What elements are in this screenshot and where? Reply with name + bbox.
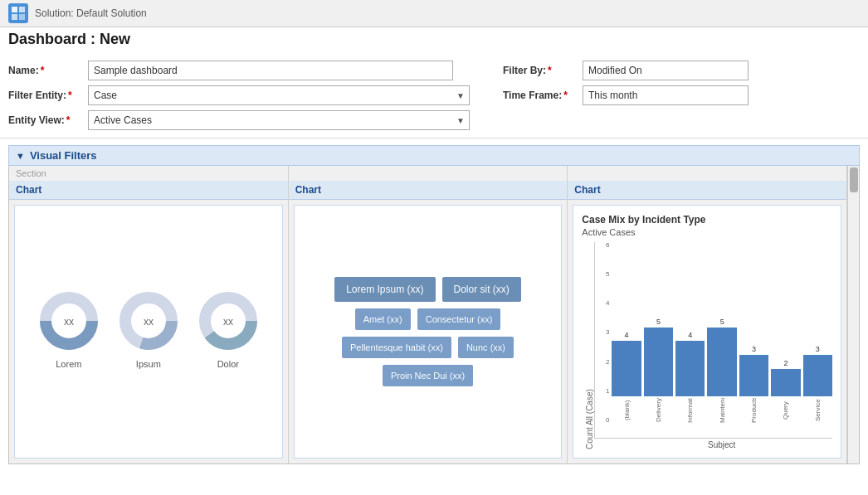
entity-view-label: Entity View:*: [8, 114, 83, 126]
filter-entity-select[interactable]: Case Account Contact: [88, 85, 470, 105]
visual-filters-title: Visual Filters: [30, 149, 97, 162]
chart2-body: Lorem Ipsum (xx) Dolor sit (xx) Amet (xx…: [294, 205, 563, 459]
scroll-thumb[interactable]: [850, 167, 858, 192]
section-sublabel: Section: [9, 166, 288, 181]
svg-rect-0: [12, 7, 17, 12]
donut-label-1: Lorem: [56, 359, 81, 369]
chart1-body: xx Lorem xx: [14, 205, 283, 459]
time-frame-row: Time Frame:*: [503, 83, 860, 108]
top-bar: Solution: Default Solution: [0, 0, 868, 27]
bar-delivery: [644, 328, 673, 396]
form-section: Name:* Filter Entity:* Case Account Cont…: [0, 53, 868, 138]
solution-icon: [8, 3, 28, 23]
bar-item-query: 2 Query: [771, 359, 800, 423]
entity-view-select[interactable]: Active Cases All Cases My Active Cases: [88, 110, 470, 130]
bar-chart-title: Case Mix by Incident Type: [582, 214, 832, 226]
svg-rect-1: [19, 7, 25, 12]
entity-view-select-wrapper: Active Cases All Cases My Active Cases ▼: [88, 110, 470, 130]
bar-chart-inner: 6 5 4 3 2 1 0: [594, 242, 832, 449]
bar-service: [803, 355, 832, 396]
svg-rect-2: [12, 14, 17, 20]
scrollbar[interactable]: [847, 166, 859, 463]
filter-by-row: Filter By:*: [503, 58, 860, 83]
y-axis-label: Count All (Case): [582, 242, 594, 449]
name-row: Name:*: [8, 58, 470, 83]
bar-item-delivery: 5 Delivery: [644, 318, 673, 423]
bar-query: [771, 369, 800, 396]
chart-column-3: Chart Case Mix by Incident Type Active C…: [568, 166, 847, 463]
form-right: Filter By:* Time Frame:*: [470, 58, 860, 133]
bars-and-axes: 6 5 4 3 2 1 0: [594, 242, 832, 439]
chart3-body: Case Mix by Incident Type Active Cases C…: [573, 205, 841, 459]
donut-item-3: xx Dolor: [195, 288, 261, 369]
svg-text:xx: xx: [64, 316, 74, 328]
chart3-header: Chart: [568, 181, 846, 200]
bar-maintenance: [707, 328, 736, 396]
filter-entity-select-wrapper: Case Account Contact ▼: [88, 85, 470, 105]
bar-item-maintenance: 5 Maintenance: [707, 318, 736, 423]
tag-pellentesque[interactable]: Pellentesque habit (xx): [342, 337, 451, 358]
tag-nunc[interactable]: Nunc (xx): [458, 337, 514, 358]
section-sublabel-3: [568, 166, 846, 181]
donut-chart-3: xx: [195, 288, 261, 354]
entity-view-row: Entity View:* Active Cases All Cases My …: [8, 108, 470, 133]
chart-column-1: Section Chart xx: [9, 166, 289, 463]
donut-item-2: xx Ipsum: [115, 288, 182, 369]
bar-item-blank: 4 (blank): [612, 331, 641, 423]
filter-by-input[interactable]: [583, 61, 749, 80]
filter-entity-label: Filter Entity:*: [8, 90, 83, 101]
donut-item-1: xx Lorem: [36, 288, 102, 369]
svg-rect-3: [19, 14, 25, 20]
chart-column-2: Chart Lorem Ipsum (xx) Dolor sit (xx) Am…: [289, 166, 568, 463]
x-axis-label: Subject: [594, 440, 832, 449]
bar-chart-area: Count All (Case) 6 5 4 3: [582, 242, 832, 449]
chart2-header: Chart: [289, 181, 568, 200]
tag-row-1: Lorem Ipsum (xx) Dolor sit (xx): [303, 277, 553, 302]
filter-entity-row: Filter Entity:* Case Account Contact ▼: [8, 83, 470, 108]
time-frame-label: Time Frame:*: [503, 90, 578, 101]
bar-blank: [612, 341, 641, 396]
donut-label-2: Ipsum: [136, 359, 161, 369]
tag-proin[interactable]: Proin Nec Dui (xx): [383, 365, 473, 386]
charts-container: Section Chart xx: [8, 166, 860, 464]
tag-dolor-sit[interactable]: Dolor sit (xx): [442, 277, 521, 302]
bar-item-information: 4 Information: [675, 331, 705, 423]
solution-label: Solution: Default Solution: [35, 7, 147, 19]
donut-chart-1: xx: [36, 288, 102, 354]
donut-label-3: Dolor: [217, 359, 239, 369]
bars-row: 4 (blank) 5: [594, 242, 832, 439]
page-title: Dashboard : New: [0, 27, 868, 53]
bar-products: [739, 355, 768, 396]
donut-chart-2: xx: [115, 288, 182, 354]
collapse-icon[interactable]: ▼: [16, 151, 25, 161]
name-label: Name:*: [8, 65, 83, 76]
visual-filters-section: ▼ Visual Filters Section Chart: [8, 145, 860, 464]
tag-row-4: Proin Nec Dui (xx): [303, 365, 553, 386]
bar-chart: Case Mix by Incident Type Active Cases C…: [582, 214, 832, 449]
tag-row-2: Amet (xx) Consectetur (xx): [303, 308, 553, 330]
chart1-header: Chart: [9, 181, 288, 200]
svg-text:xx: xx: [223, 316, 233, 328]
form-left: Name:* Filter Entity:* Case Account Cont…: [8, 58, 470, 133]
section-sublabel-2: [289, 166, 568, 181]
filter-by-label: Filter By:*: [503, 65, 578, 76]
bar-information: [675, 341, 705, 396]
tag-row-3: Pellentesque habit (xx) Nunc (xx): [303, 337, 553, 358]
visual-filters-header: ▼ Visual Filters: [8, 145, 860, 166]
tag-amet[interactable]: Amet (xx): [355, 308, 411, 330]
tag-cloud: Lorem Ipsum (xx) Dolor sit (xx) Amet (xx…: [303, 277, 553, 386]
svg-text:xx: xx: [144, 316, 154, 328]
bar-chart-subtitle: Active Cases: [582, 227, 832, 237]
tag-lorem-ipsum[interactable]: Lorem Ipsum (xx): [334, 277, 435, 302]
bar-item-products: 3 Products: [739, 345, 768, 423]
time-frame-input[interactable]: [583, 85, 749, 105]
tag-consectetur[interactable]: Consectetur (xx): [417, 308, 501, 330]
name-input[interactable]: [88, 61, 453, 80]
bar-item-service: 3 Service: [803, 345, 832, 423]
